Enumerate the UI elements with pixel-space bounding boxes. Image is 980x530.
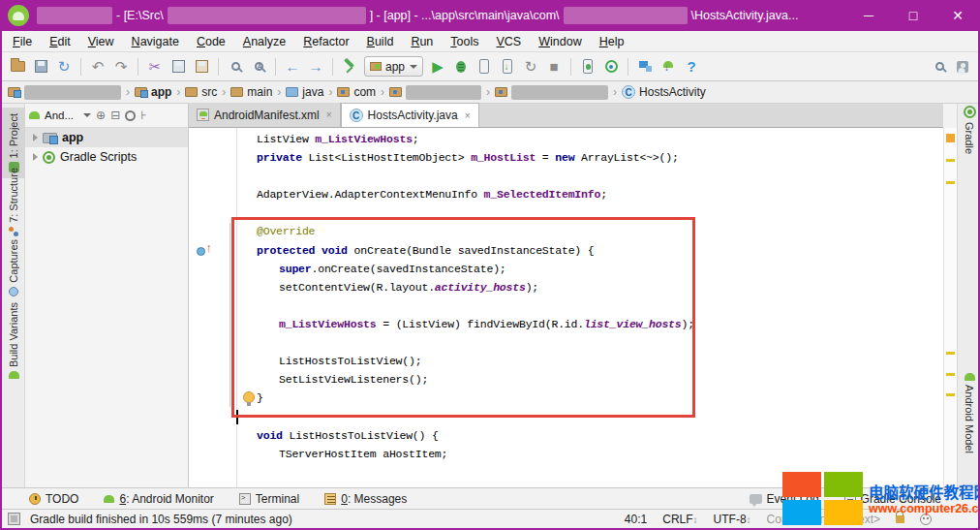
copy-icon[interactable] <box>167 55 190 78</box>
menu-vcs[interactable]: VCS <box>488 33 531 50</box>
breadcrumb-item-app[interactable]: app› <box>135 85 185 99</box>
menu-build[interactable]: Build <box>358 33 403 50</box>
stripe-button-gradle[interactable]: Gradle <box>958 106 980 154</box>
stripe-button-buildvariants[interactable]: Build Variants <box>2 302 25 379</box>
expand-arrow-icon[interactable] <box>33 153 38 161</box>
locate-icon[interactable]: ⊕ <box>96 109 106 122</box>
caret-position[interactable]: 40:1 <box>625 513 647 526</box>
class-icon: C <box>350 109 363 122</box>
menu-file[interactable]: File <box>4 33 41 50</box>
code-token: m_SelectedItemInfo <box>484 188 601 201</box>
code-line-16: void ListHostsToListView() { <box>237 426 943 445</box>
open-icon[interactable] <box>6 55 29 78</box>
module-folder-icon <box>135 87 147 97</box>
stripe-button-androidmodel[interactable]: Android Model <box>958 373 980 453</box>
debug-icon[interactable] <box>449 55 473 78</box>
breadcrumb-item-src[interactable]: src› <box>185 85 230 99</box>
close-tab-icon[interactable]: × <box>465 110 471 121</box>
profile-icon[interactable] <box>473 55 496 78</box>
tab-androidmanifest[interactable]: AndroidManifest.xml × <box>189 103 341 127</box>
paste-icon[interactable] <box>190 55 213 78</box>
sdk-manager-icon[interactable] <box>657 55 680 78</box>
tree-item-app[interactable]: app <box>25 128 188 147</box>
project-view-selector[interactable]: And... <box>45 109 74 121</box>
collapse-all-icon[interactable]: ⊟ <box>110 109 120 122</box>
rerun-icon[interactable]: ↻ <box>519 55 542 78</box>
make-project-icon[interactable] <box>338 55 361 78</box>
menu-navigate[interactable]: Navigate <box>123 33 188 50</box>
breadcrumb-item-redacted[interactable]: › <box>389 85 495 100</box>
menu-refactor[interactable]: Refactor <box>294 33 357 50</box>
redo-icon[interactable]: ↷ <box>109 55 133 78</box>
close-tab-icon[interactable]: × <box>326 109 332 120</box>
tree-item-label: app <box>62 131 83 144</box>
menu-code[interactable]: Code <box>188 33 234 50</box>
back-icon[interactable]: ← <box>281 55 304 78</box>
toolwindow-button-terminal[interactable]: Terminal <box>239 492 299 506</box>
breadcrumb-item-main[interactable]: main› <box>230 85 286 99</box>
breadcrumb-item-redacted[interactable]: › <box>8 85 135 100</box>
replace-icon[interactable]: A <box>247 55 270 78</box>
scroll-mark[interactable] <box>946 393 955 396</box>
user-icon[interactable] <box>951 55 974 78</box>
menu-view[interactable]: View <box>79 33 123 50</box>
android-icon <box>965 373 975 381</box>
run-on-device-icon[interactable] <box>496 55 519 78</box>
toolwindow-button-todo[interactable]: TODO <box>29 492 78 506</box>
toolwindow-button-androidmonitor[interactable]: 6: Android Monitor <box>104 492 213 506</box>
code-token: m_HostList <box>471 151 536 164</box>
override-marker-icon[interactable]: ↑ <box>197 244 214 258</box>
tree-item-gradle-scripts[interactable]: Gradle Scripts <box>25 147 188 167</box>
run-icon[interactable]: ▶ <box>426 55 449 78</box>
sync-gradle-icon[interactable] <box>599 55 623 78</box>
toolwindow-button-messages[interactable]: 0: Messages <box>324 492 407 506</box>
right-tool-stripe: GradleAndroid Model <box>957 104 978 487</box>
save-icon[interactable] <box>29 55 52 78</box>
maximize-button[interactable]: □ <box>891 0 935 31</box>
menu-analyze[interactable]: Analyze <box>234 33 294 50</box>
menu-edit[interactable]: Edit <box>41 33 79 50</box>
code-token: private <box>257 151 302 164</box>
breadcrumb-separator: › <box>613 85 617 99</box>
search-everywhere-icon[interactable] <box>928 55 951 78</box>
menu-window[interactable]: Window <box>530 33 590 50</box>
breadcrumb-item-hostsactivity[interactable]: CHostsActivity <box>622 85 706 99</box>
scroll-mark[interactable] <box>946 373 955 376</box>
scroll-mark[interactable] <box>946 352 955 355</box>
forward-icon[interactable]: → <box>304 55 327 78</box>
breadcrumb-item-java[interactable]: java› <box>286 85 337 99</box>
menu-tools[interactable]: Tools <box>442 33 487 50</box>
stripe-button-captures[interactable]: Captures <box>2 239 25 296</box>
run-configuration-dropdown[interactable]: app <box>364 56 423 77</box>
expand-arrow-icon[interactable] <box>33 134 38 141</box>
scroll-mark[interactable] <box>946 181 955 184</box>
menu-run[interactable]: Run <box>402 33 442 50</box>
stop-icon[interactable]: ■ <box>542 55 566 78</box>
scroll-mark[interactable] <box>946 159 955 162</box>
minimize-button[interactable]: ─ <box>846 0 891 31</box>
code-token: ListView <box>257 133 315 145</box>
watermark: 电脑软硬件教程网 www.computer26.com <box>782 472 980 528</box>
device-manager-icon[interactable] <box>633 55 657 78</box>
breadcrumb-item-com[interactable]: com› <box>337 85 389 99</box>
close-button[interactable]: ✕ <box>935 0 980 31</box>
scroll-mark[interactable] <box>946 134 955 142</box>
gear-icon[interactable] <box>125 110 136 121</box>
attach-debugger-icon[interactable] <box>576 55 599 78</box>
breadcrumb-item-redacted[interactable]: › <box>495 85 622 100</box>
tab-hostsactivity[interactable]: C HostsActivity.java × <box>341 103 479 127</box>
sync-icon[interactable]: ↻ <box>52 55 76 78</box>
encoding-selector[interactable]: UTF-8↕ <box>714 513 751 526</box>
code-line-17: TServerHostItem aHostItem; <box>237 445 943 463</box>
hide-panel-icon[interactable]: ⊦ <box>140 109 146 122</box>
line-ending-selector[interactable]: CRLF↕ <box>662 513 697 526</box>
stripe-button-structure[interactable]: 7: Structure <box>2 168 25 236</box>
undo-icon[interactable]: ↶ <box>86 55 109 78</box>
editor-scrollbar-stripe[interactable] <box>943 128 957 487</box>
watermark-logo-square <box>782 472 821 497</box>
cut-icon[interactable]: ✂ <box>143 55 167 78</box>
find-icon[interactable] <box>224 55 247 78</box>
menu-help[interactable]: Help <box>591 33 633 50</box>
help-icon[interactable]: ? <box>680 55 703 78</box>
toolwindow-toggle-icon[interactable] <box>8 513 20 525</box>
